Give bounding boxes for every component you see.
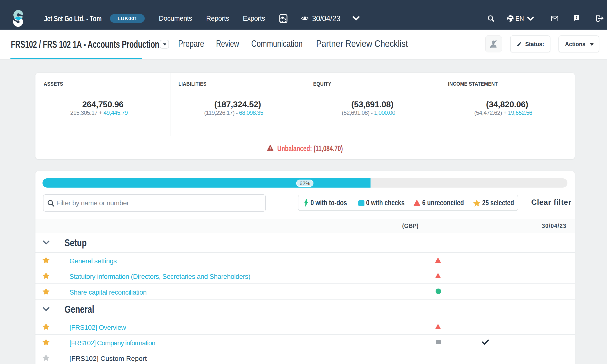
svg-text:?: ?: [575, 15, 578, 19]
